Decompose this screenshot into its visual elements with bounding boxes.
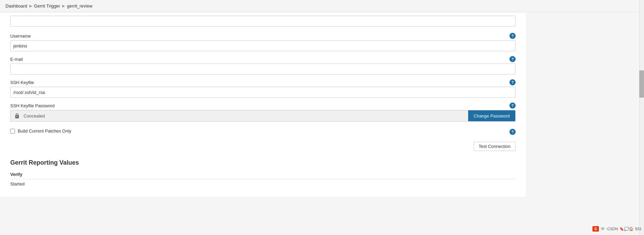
username-field-block: Username ? xyxy=(10,33,516,51)
email-field-block: E-mail ? xyxy=(10,56,516,74)
verify-label: Verify xyxy=(10,172,516,179)
username-label: Username xyxy=(10,33,31,39)
breadcrumb: Dashboard ▶ Gerrit Trigger ▶ gerrit_revi… xyxy=(0,0,644,12)
ssh-password-label: SSH Keyfile Password xyxy=(10,103,55,108)
gerrit-reporting-title: Gerrit Reporting Values xyxy=(10,159,516,166)
password-field-wrap: Concealed Change Password xyxy=(10,110,516,122)
breadcrumb-gerrit-review: gerrit_review xyxy=(67,3,92,9)
lock-icon xyxy=(11,111,24,121)
breadcrumb-sep-1: ▶ xyxy=(29,4,32,8)
username-input[interactable] xyxy=(10,40,516,51)
ssh-keyfile-help-icon[interactable]: ? xyxy=(509,79,516,85)
ssh-keyfile-input[interactable] xyxy=(10,87,516,98)
breadcrumb-dashboard[interactable]: Dashboard xyxy=(5,3,27,9)
concealed-text: Concealed xyxy=(24,111,468,121)
ssh-keyfile-field-block: SSH Keyfile ? xyxy=(10,79,516,98)
form-section: Username ? E-mail ? SSH Keyfile ? xyxy=(10,12,516,186)
email-label: E-mail xyxy=(10,57,23,62)
lock-svg xyxy=(14,113,20,119)
test-connection-row: Test Connection xyxy=(10,142,516,151)
test-connection-button[interactable]: Test Connection xyxy=(474,142,516,151)
build-patches-row: Build Current Patches Only xyxy=(10,128,71,134)
scrollbar-track[interactable] xyxy=(639,0,644,197)
ssh-password-field-block: SSH Keyfile Password ? Concealed Change … xyxy=(10,102,516,122)
username-help-icon[interactable]: ? xyxy=(509,33,516,39)
email-input[interactable] xyxy=(10,64,516,74)
build-patches-checkbox[interactable] xyxy=(10,129,15,134)
build-patches-label: Build Current Patches Only xyxy=(18,128,71,134)
started-label: Started xyxy=(10,181,516,186)
top-input-field[interactable] xyxy=(10,16,516,27)
build-patches-help-icon[interactable]: ? xyxy=(509,129,516,135)
ssh-password-help-icon[interactable]: ? xyxy=(509,102,516,109)
breadcrumb-sep-2: ▶ xyxy=(62,4,65,8)
email-help-icon[interactable]: ? xyxy=(509,56,516,62)
main-content: Username ? E-mail ? SSH Keyfile ? xyxy=(0,12,526,197)
breadcrumb-gerrit-trigger[interactable]: Gerrit Trigger xyxy=(34,3,60,9)
ssh-keyfile-label: SSH Keyfile xyxy=(10,80,34,85)
change-password-button[interactable]: Change Password xyxy=(468,110,515,121)
scrollbar-thumb[interactable] xyxy=(639,70,644,98)
